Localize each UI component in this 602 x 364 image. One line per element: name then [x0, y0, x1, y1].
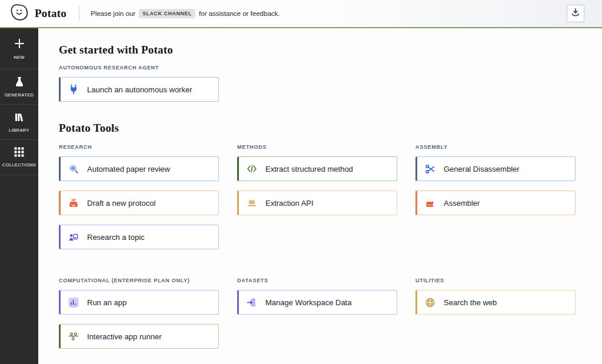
- bar-chart-icon: [68, 297, 79, 308]
- section-utilities: UTILITIES Search the web: [415, 278, 576, 349]
- card-assembler[interactable]: Assembler: [415, 191, 576, 215]
- card-run-an-app[interactable]: Run an app: [59, 290, 219, 315]
- app-window: Potato Please join our SLACK CHANNEL for…: [0, 0, 602, 364]
- card-manage-workspace-data[interactable]: Manage Workspace Data: [237, 290, 397, 315]
- typewriter-icon: [68, 198, 79, 208]
- header: Potato Please join our SLACK CHANNEL for…: [0, 0, 602, 28]
- sidebar-item-label: NEW: [14, 55, 25, 60]
- card-extraction-api[interactable]: Extraction API: [237, 191, 397, 215]
- plus-icon: [14, 38, 25, 52]
- code-icon: [247, 163, 257, 174]
- card-label: Run an app: [87, 298, 127, 307]
- brand-logo[interactable]: Potato: [9, 3, 66, 24]
- library-icon: [14, 112, 25, 125]
- import-button[interactable]: [567, 5, 584, 22]
- plug-icon: [68, 84, 79, 95]
- paper-review-icon: [68, 163, 79, 174]
- card-label: Extract structured method: [265, 165, 353, 173]
- file-arrow-icon: [247, 297, 257, 308]
- brand-name: Potato: [35, 7, 66, 20]
- slack-channel-badge[interactable]: SLACK CHANNEL: [139, 9, 195, 18]
- notice-suffix: for assistance or feedback.: [199, 10, 280, 17]
- tools-title: Potato Tools: [59, 122, 602, 135]
- page-title: Get started with Potato: [59, 44, 602, 56]
- group-label: RESEARCH: [59, 144, 219, 151]
- card-launch-autonomous-worker[interactable]: Launch an autonomous worker: [59, 77, 219, 102]
- group-label: METHODS: [237, 144, 397, 151]
- card-draft-new-protocol[interactable]: Draft a new protocol: [59, 191, 219, 215]
- notice-prefix: Please join our: [91, 10, 135, 17]
- group-label: ASSEMBLY: [415, 144, 576, 151]
- card-label: Search the web: [444, 298, 497, 307]
- card-extract-structured-method[interactable]: Extract structured method: [237, 156, 397, 181]
- globe-icon: [425, 297, 435, 308]
- sidebar-item-library[interactable]: LIBRARY: [0, 105, 38, 140]
- section-datasets: DATASETS Manage Workspace Data: [237, 278, 397, 349]
- sidebar-item-label: LIBRARY: [9, 128, 29, 133]
- card-label: Research a topic: [87, 233, 145, 242]
- header-notice: Please join our SLACK CHANNEL for assist…: [91, 9, 280, 18]
- card-label: General Disassembler: [444, 165, 520, 173]
- card-label: Automated paper review: [87, 165, 170, 173]
- laptop-code-icon: [247, 198, 257, 208]
- potato-logo-icon: [9, 3, 29, 24]
- group-label: COMPUTATIONAL (ENTERPRISE PLAN ONLY): [59, 278, 219, 284]
- nodes-icon: [68, 331, 79, 342]
- group-label: DATASETS: [237, 278, 397, 284]
- sidebar: NEW GENERATED LIBRARY: [0, 28, 38, 364]
- sidebar-item-collections[interactable]: COLLECTIONS: [0, 140, 38, 175]
- group-label: UTILITIES: [415, 278, 576, 284]
- grid-icon: [14, 147, 24, 159]
- section-methods: METHODS Extract structured method: [237, 144, 397, 249]
- section-research: RESEARCH Automated paper review: [59, 144, 219, 249]
- main-content: Get started with Potato AUTONOMOUS RESEA…: [38, 28, 602, 364]
- scissors-icon: [425, 163, 435, 174]
- group-label-agent: AUTONOMOUS RESEARCH AGENT: [59, 65, 602, 71]
- flask-icon: [14, 76, 25, 89]
- download-icon: [571, 8, 580, 19]
- card-automated-paper-review[interactable]: Automated paper review: [59, 156, 219, 181]
- card-label: Extraction API: [265, 199, 314, 208]
- header-divider: [79, 6, 79, 21]
- card-label: Launch an autonomous worker: [87, 85, 192, 94]
- card-interactive-app-runner[interactable]: Interactive app runner: [59, 324, 219, 349]
- card-search-the-web[interactable]: Search the web: [415, 290, 576, 315]
- card-label: Manage Workspace Data: [265, 298, 351, 307]
- sidebar-item-generated[interactable]: GENERATED: [0, 69, 38, 105]
- card-label: Draft a new protocol: [87, 199, 155, 208]
- card-label: Interactive app runner: [87, 332, 161, 341]
- section-assembly: ASSEMBLY General Disassembler: [415, 144, 576, 249]
- factory-icon: [425, 198, 435, 208]
- sidebar-item-label: COLLECTIONS: [2, 162, 36, 168]
- card-general-disassembler[interactable]: General Disassembler: [415, 156, 576, 181]
- section-computational: COMPUTATIONAL (ENTERPRISE PLAN ONLY) Run…: [59, 278, 219, 349]
- tools-grid: RESEARCH Automated paper review: [59, 144, 602, 349]
- person-board-icon: [68, 232, 79, 242]
- card-research-a-topic[interactable]: Research a topic: [59, 225, 219, 249]
- card-label: Assembler: [444, 199, 480, 208]
- sidebar-item-label: GENERATED: [5, 92, 34, 98]
- sidebar-item-new[interactable]: NEW: [0, 28, 38, 69]
